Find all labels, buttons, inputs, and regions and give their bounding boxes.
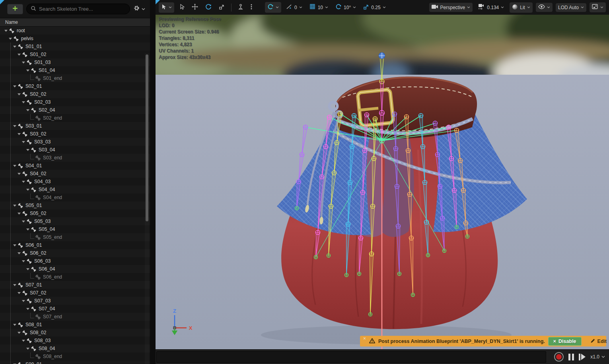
tree-row-S06_end[interactable]: S06_end: [0, 273, 150, 281]
tree-row-S02_01[interactable]: S02_01: [0, 82, 150, 90]
expander-arrow-icon[interactable]: [17, 132, 21, 136]
screenshot-dropdown[interactable]: [590, 2, 606, 12]
pause-button[interactable]: [568, 354, 574, 360]
tree-row-S02_02[interactable]: S02_02: [0, 90, 150, 98]
selection-mode-dropdown[interactable]: [159, 2, 174, 13]
expander-arrow-icon[interactable]: [13, 164, 17, 168]
tree-row-S08_01[interactable]: S08_01: [0, 321, 150, 329]
expander-arrow-icon[interactable]: [17, 211, 21, 215]
tree-row-S09_01[interactable]: S09_01: [0, 360, 150, 364]
tree-row-S02_end[interactable]: S02_end: [0, 114, 150, 122]
view-mode-dropdown[interactable]: Lit: [510, 2, 533, 13]
expander-arrow-icon[interactable]: [21, 339, 25, 343]
lod-dropdown[interactable]: LOD Auto: [556, 3, 586, 12]
viewport-3d-scene[interactable]: Previewing Reference PoseLOD: 0Current S…: [156, 15, 609, 349]
camera-speed-dropdown[interactable]: 0.134: [476, 2, 506, 12]
tree-row-S02_03[interactable]: S02_03: [0, 98, 150, 106]
expander-arrow-icon[interactable]: [13, 362, 17, 364]
search-input[interactable]: [39, 6, 126, 12]
expander-arrow-icon[interactable]: [17, 52, 21, 56]
timeline-track[interactable]: [156, 351, 546, 363]
expander-arrow-icon[interactable]: [26, 307, 30, 311]
perspective-dropdown[interactable]: Perspective: [429, 3, 473, 12]
tree-row-S05_end[interactable]: S05_end: [0, 233, 150, 241]
tree-column-header[interactable]: Name: [0, 18, 150, 27]
tree-row-S01_04[interactable]: S01_04: [0, 66, 150, 74]
expander-arrow-icon[interactable]: [13, 124, 17, 128]
expander-arrow-icon[interactable]: [26, 148, 30, 152]
tree-row-S05_03[interactable]: S05_03: [0, 217, 150, 225]
tree-row-S05_04[interactable]: S05_04: [0, 225, 150, 233]
tree-row-S04_04[interactable]: S04_04: [0, 186, 150, 194]
expander-arrow-icon[interactable]: [26, 227, 30, 231]
tree-row-S08_end[interactable]: S08_end: [0, 352, 150, 360]
expander-arrow-icon[interactable]: [26, 108, 30, 112]
expander-arrow-icon[interactable]: [21, 140, 25, 144]
expander-arrow-icon[interactable]: [17, 331, 21, 335]
panel-splitter[interactable]: [150, 0, 156, 364]
scale-snap-dropdown[interactable]: 0.25: [361, 2, 388, 13]
rotation-snap-dropdown[interactable]: 10°: [333, 2, 358, 13]
tree-row-S01_end[interactable]: S01_end: [0, 74, 150, 82]
tree-row-S01_01[interactable]: S01_01: [0, 43, 150, 50]
expander-arrow-icon[interactable]: [13, 243, 17, 247]
toolbar-more-menu[interactable]: [248, 2, 255, 13]
expander-arrow-icon[interactable]: [13, 203, 17, 207]
tree-row-S03_01[interactable]: S03_01: [0, 122, 150, 130]
step-forward-button[interactable]: [579, 354, 586, 360]
tree-row-S07_03[interactable]: S07_03: [0, 297, 150, 305]
tree-row-S04_03[interactable]: S04_03: [0, 178, 150, 186]
tree-scrollbar-thumb[interactable]: [146, 54, 148, 221]
tree-row-S03_02[interactable]: S03_02: [0, 130, 150, 138]
expander-arrow-icon[interactable]: [17, 291, 21, 295]
expander-arrow-icon[interactable]: [26, 188, 30, 192]
expander-arrow-icon[interactable]: [21, 259, 25, 263]
tree-row-S03_03[interactable]: S03_03: [0, 138, 150, 146]
expander-arrow-icon[interactable]: [13, 283, 17, 287]
tree-row-S01_02[interactable]: S01_02: [0, 50, 150, 58]
tree-row-S07_04[interactable]: S07_04: [0, 305, 150, 313]
surface-snap-dropdown[interactable]: 0: [284, 2, 305, 13]
tree-row-S08_03[interactable]: S08_03: [0, 337, 150, 345]
expander-arrow-icon[interactable]: [17, 92, 21, 96]
coordinate-system-dropdown[interactable]: [265, 2, 281, 13]
tree-row-S05_01[interactable]: S05_01: [0, 201, 150, 209]
expander-arrow-icon[interactable]: [26, 68, 30, 72]
scale-tool-button[interactable]: [216, 2, 227, 13]
expander-arrow-icon[interactable]: [21, 100, 25, 104]
tree-row-S06_04[interactable]: S06_04: [0, 265, 150, 273]
tree-settings-button[interactable]: [133, 5, 145, 13]
tree-row-S01_03[interactable]: S01_03: [0, 58, 150, 66]
expander-arrow-icon[interactable]: [13, 323, 17, 327]
tree-row-S07_end[interactable]: S07_end: [0, 313, 150, 321]
tree-row-S06_01[interactable]: S06_01: [0, 241, 150, 249]
translate-tool-button[interactable]: [189, 2, 200, 13]
playback-speed-dropdown[interactable]: x1.0: [590, 354, 605, 360]
expander-arrow-icon[interactable]: [17, 172, 21, 176]
tree-row-S08_04[interactable]: S08_04: [0, 345, 150, 352]
disable-button[interactable]: × Disable: [548, 337, 582, 346]
record-button[interactable]: [554, 352, 564, 362]
rotate-tool-button[interactable]: [203, 2, 214, 13]
tree-row-S04_end[interactable]: S04_end: [0, 194, 150, 201]
tree-row-S06_03[interactable]: S06_03: [0, 257, 150, 265]
expander-arrow-icon[interactable]: [26, 347, 30, 350]
skeleton-search-box[interactable]: [26, 4, 130, 14]
gizmo-anchor-button[interactable]: [235, 2, 246, 13]
tree-row-S03_04[interactable]: S03_04: [0, 146, 150, 154]
banner-close-icon[interactable]: ×: [363, 336, 366, 341]
expander-arrow-icon[interactable]: [21, 299, 25, 303]
expander-arrow-icon[interactable]: [21, 180, 25, 184]
show-flags-dropdown[interactable]: [536, 3, 553, 12]
add-bone-button[interactable]: [7, 4, 23, 14]
tree-row-S07_02[interactable]: S07_02: [0, 289, 150, 297]
expander-arrow-icon[interactable]: [21, 60, 25, 64]
tree-row-S02_04[interactable]: S02_04: [0, 106, 150, 114]
tree-row-S08_02[interactable]: S08_02: [0, 329, 150, 337]
expander-arrow-icon[interactable]: [26, 267, 30, 271]
expander-arrow-icon[interactable]: [13, 45, 17, 48]
select-tool-button[interactable]: [177, 2, 187, 13]
edit-button[interactable]: Edit: [585, 338, 609, 345]
expander-arrow-icon[interactable]: [4, 29, 8, 33]
tree-row-pelvis[interactable]: pelvis: [0, 35, 150, 43]
